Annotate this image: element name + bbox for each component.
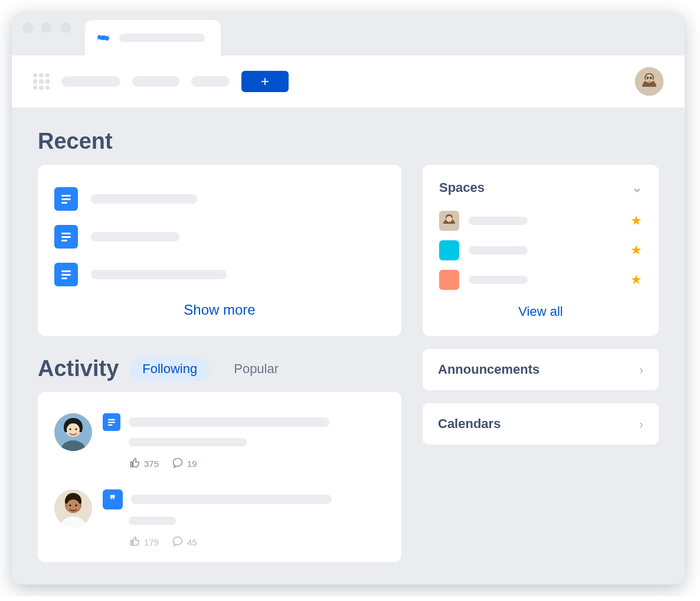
svg-rect-23	[108, 424, 113, 426]
like-count-value: 179	[144, 537, 159, 547]
svg-rect-13	[61, 270, 71, 272]
thumbs-up-icon	[129, 457, 140, 471]
space-item[interactable]: ★	[439, 236, 642, 265]
space-color-icon	[439, 270, 459, 290]
main-body: Recent	[12, 107, 685, 584]
recent-item-title-placeholder	[91, 232, 179, 241]
space-avatar-icon	[439, 211, 459, 231]
traffic-light-close[interactable]	[22, 22, 33, 33]
browser-tab[interactable]	[85, 20, 221, 55]
svg-rect-9	[61, 202, 67, 204]
activity-card: 375 19	[38, 392, 401, 562]
svg-rect-12	[61, 240, 67, 241]
svg-rect-22	[108, 422, 115, 423]
chevron-down-icon[interactable]: ⌄	[632, 180, 642, 195]
svg-rect-21	[108, 419, 115, 420]
star-icon[interactable]: ★	[630, 272, 642, 288]
recent-card: Show more	[38, 165, 401, 336]
nav-item[interactable]	[191, 76, 230, 87]
page-icon	[54, 263, 78, 286]
svg-point-31	[446, 216, 452, 222]
browser-chrome	[12, 12, 685, 55]
traffic-light-minimize[interactable]	[41, 22, 52, 33]
activity-heading: Activity	[38, 356, 119, 381]
app-window: + Recent	[12, 12, 685, 584]
svg-rect-15	[61, 277, 67, 279]
calendars-panel[interactable]: Calendars ›	[423, 403, 659, 445]
activity-item[interactable]: 375 19	[54, 407, 385, 484]
activity-title-placeholder	[129, 417, 329, 427]
activity-title-placeholder	[131, 495, 332, 504]
tab-title-placeholder	[119, 34, 205, 42]
space-color-icon	[439, 240, 459, 260]
svg-rect-7	[61, 195, 71, 197]
space-name-placeholder	[469, 246, 528, 254]
traffic-light-zoom[interactable]	[60, 22, 71, 33]
quote-icon: ❞	[103, 489, 123, 509]
create-button[interactable]: +	[241, 71, 289, 92]
svg-rect-11	[61, 236, 71, 238]
svg-point-20	[75, 428, 77, 430]
show-more-link[interactable]: Show more	[54, 293, 385, 321]
spaces-card: Spaces ⌄ ★ ★	[423, 165, 659, 336]
like-count[interactable]: 179	[129, 535, 159, 549]
recent-item[interactable]	[54, 218, 385, 256]
view-all-link[interactable]: View all	[439, 295, 642, 321]
comment-count-value: 45	[187, 537, 197, 547]
announcements-panel[interactable]: Announcements ›	[423, 349, 659, 390]
traffic-lights	[22, 22, 71, 33]
user-avatar[interactable]	[54, 489, 92, 527]
thumbs-up-icon	[129, 535, 140, 549]
activity-header: Activity Following Popular	[38, 356, 401, 381]
activity-item[interactable]: ❞ 179	[54, 484, 385, 562]
svg-point-4	[650, 77, 652, 79]
recent-item-title-placeholder	[91, 194, 197, 204]
svg-point-27	[69, 504, 71, 506]
tab-following[interactable]: Following	[129, 357, 210, 381]
recent-item-title-placeholder	[91, 270, 227, 279]
page-icon	[54, 225, 78, 249]
space-name-placeholder	[469, 276, 528, 284]
space-item[interactable]: ★	[439, 206, 642, 236]
comment-count[interactable]: 45	[172, 535, 197, 549]
svg-rect-10	[61, 233, 71, 234]
svg-point-28	[75, 504, 77, 506]
svg-point-3	[647, 77, 648, 79]
recent-heading: Recent	[38, 129, 659, 154]
nav-item[interactable]	[132, 76, 179, 87]
space-name-placeholder	[469, 217, 528, 225]
recent-item[interactable]	[54, 256, 385, 293]
page-icon	[54, 187, 78, 211]
like-count[interactable]: 375	[129, 457, 159, 471]
tab-popular[interactable]: Popular	[221, 357, 292, 381]
comment-icon	[172, 457, 184, 471]
announcements-label: Announcements	[438, 362, 539, 377]
profile-avatar[interactable]	[635, 67, 663, 96]
app-switcher-icon[interactable]	[33, 73, 50, 90]
svg-rect-14	[61, 274, 71, 276]
calendars-label: Calendars	[438, 416, 501, 432]
space-item[interactable]: ★	[439, 265, 642, 295]
comment-icon	[172, 535, 184, 549]
activity-subtitle-placeholder	[129, 438, 247, 446]
comment-count[interactable]: 19	[172, 457, 197, 471]
top-nav: +	[12, 55, 685, 107]
svg-point-19	[69, 428, 71, 430]
page-icon	[103, 413, 120, 431]
chevron-right-icon: ›	[639, 417, 643, 431]
recent-item[interactable]	[54, 180, 385, 218]
confluence-logo-icon	[96, 30, 111, 45]
user-avatar[interactable]	[54, 413, 92, 451]
chevron-right-icon: ›	[639, 363, 643, 377]
plus-icon: +	[261, 73, 269, 90]
nav-item[interactable]	[61, 76, 120, 87]
activity-subtitle-placeholder	[129, 517, 176, 525]
svg-rect-8	[61, 198, 71, 200]
comment-count-value: 19	[187, 459, 197, 469]
like-count-value: 375	[144, 459, 159, 469]
spaces-heading: Spaces	[439, 180, 485, 195]
star-icon[interactable]: ★	[630, 213, 642, 228]
star-icon[interactable]: ★	[630, 243, 642, 258]
